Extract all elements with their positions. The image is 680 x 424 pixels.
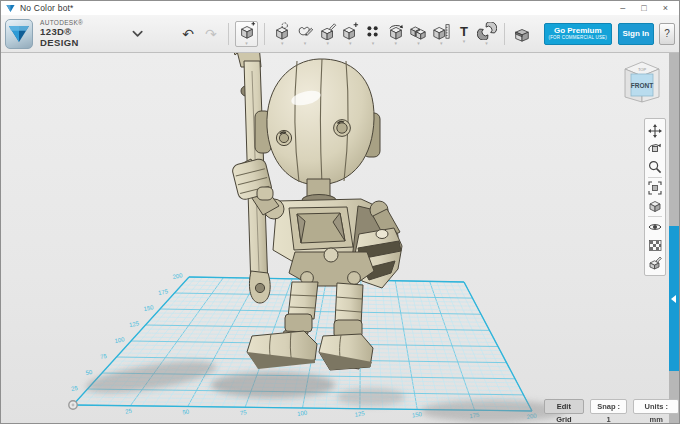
orbit-button[interactable] <box>646 140 664 158</box>
view-cube-front-label: FRONT <box>631 82 653 89</box>
go-premium-label: Go Premium <box>554 27 602 35</box>
transform-button[interactable]: ▾ <box>271 20 294 48</box>
dropdown-arrow-icon: ▾ <box>372 41 375 45</box>
dropdown-arrow-icon: ▾ <box>326 41 329 45</box>
navigation-separator <box>648 216 662 217</box>
grouping-button[interactable]: ▾ <box>384 20 407 48</box>
robot-eye-left <box>276 130 291 145</box>
snap-button[interactable]: ▾ <box>475 20 498 48</box>
grid-axis-label: 75 <box>100 353 108 360</box>
fit-view-icon <box>648 181 662 195</box>
dropdown-arrow-icon: ▾ <box>245 41 248 45</box>
brand-product: 123D® DESIGN <box>40 26 108 48</box>
navigation-toolbar <box>644 118 666 276</box>
dropdown-arrow-icon: ▾ <box>304 41 307 45</box>
grid-axis-label: 200 <box>172 272 184 280</box>
measure-icon <box>431 22 451 40</box>
window-controls: – □ × <box>620 1 674 15</box>
toolbar-separator <box>264 23 265 45</box>
grid-axis-label: 150 <box>412 411 423 418</box>
titlebar: No Color bot* – □ × <box>1 1 679 15</box>
model-shadow <box>84 355 565 422</box>
grid-axis-label: 50 <box>85 369 93 376</box>
app-badge-icon <box>5 19 33 49</box>
help-button[interactable]: ? <box>659 23 675 45</box>
brand-company: AUTODESK® <box>40 19 108 26</box>
app-menu[interactable]: AUTODESK® 123D® DESIGN <box>5 19 143 49</box>
go-premium-sublabel: (FOR COMMERCIAL USE) <box>548 36 607 41</box>
statusbar: Edit Grid Snap : 1 Units : mm <box>544 399 679 414</box>
view-cube-top-label: TOP <box>638 67 646 72</box>
modify-button[interactable]: ▾ <box>339 20 362 48</box>
text-icon: T <box>460 25 468 38</box>
measure-button[interactable]: ▾ <box>430 20 453 48</box>
sketch-icon <box>295 22 315 40</box>
primitives-icon <box>238 22 256 40</box>
grid-axis-label: 75 <box>239 409 247 416</box>
grid-axis-label: 150 <box>143 304 155 312</box>
dropdown-arrow-icon: ▾ <box>417 41 420 45</box>
snap-button-status[interactable]: Snap : 1 <box>590 399 628 414</box>
origin-marker <box>69 401 77 409</box>
zoom-button[interactable] <box>646 158 664 176</box>
view-mode-icon <box>648 199 662 213</box>
grid-axis-label: 25 <box>125 408 133 415</box>
parts-panel-handle[interactable] <box>669 226 679 371</box>
grid-axis-label: 125 <box>129 320 141 328</box>
edit-grid-button[interactable]: Edit Grid <box>544 399 584 414</box>
text-button[interactable]: T ▾ <box>453 20 476 48</box>
close-icon[interactable]: × <box>663 1 668 15</box>
combine-icon <box>408 22 428 40</box>
display-grid-button[interactable] <box>646 236 664 254</box>
go-premium-button[interactable]: Go Premium (FOR COMMERCIAL USE) <box>544 23 612 45</box>
chevron-left-icon <box>671 295 676 303</box>
scene-3d: 255075100125150175200 255075100125150175… <box>1 53 680 424</box>
primitives-button[interactable]: ▾ <box>235 21 258 47</box>
main-toolbar: AUTODESK® 123D® DESIGN ↶ ↷ ▾ <box>1 15 679 53</box>
dropdown-arrow-icon: ▾ <box>395 41 398 45</box>
dropdown-arrow-icon: ▾ <box>440 41 443 45</box>
undo-button[interactable]: ↶ <box>177 20 200 48</box>
eye-icon <box>648 220 662 234</box>
redo-button[interactable]: ↷ <box>199 20 222 48</box>
pattern-icon <box>363 22 383 40</box>
orbit-icon <box>648 142 662 156</box>
3d-print-button[interactable] <box>511 20 534 48</box>
snap-icon <box>477 22 497 40</box>
visibility-button[interactable] <box>646 218 664 236</box>
robot-foot-left <box>247 331 317 369</box>
robot-head <box>255 59 380 185</box>
grid-axis-label: 25 <box>71 385 79 392</box>
modify-icon <box>340 22 360 40</box>
grid-axis-label: 100 <box>297 410 308 417</box>
grid-axis-label: 125 <box>354 410 365 417</box>
dropdown-arrow-icon: ▾ <box>349 41 352 45</box>
robot-eye-right <box>334 120 351 137</box>
construct-button[interactable]: ▾ <box>316 20 339 48</box>
units-button[interactable]: Units : mm <box>633 399 679 414</box>
chevron-down-icon[interactable] <box>132 30 143 38</box>
view-mode-button[interactable] <box>646 197 664 215</box>
viewport[interactable]: 255075100125150175200 255075100125150175… <box>1 53 679 424</box>
dropdown-arrow-icon: ▾ <box>485 41 488 45</box>
material-icon <box>648 256 662 270</box>
fit-view-button[interactable] <box>646 179 664 197</box>
pan-button[interactable] <box>646 122 664 140</box>
sketch-button[interactable]: ▾ <box>294 20 317 48</box>
pattern-button[interactable]: ▾ <box>362 20 385 48</box>
maximize-icon[interactable]: □ <box>641 1 646 15</box>
redo-icon: ↷ <box>205 27 217 41</box>
grid-axis-label: 100 <box>114 336 126 344</box>
brand-text: AUTODESK® 123D® DESIGN <box>40 19 108 48</box>
toolbar-separator <box>504 23 505 45</box>
dropdown-arrow-icon: ▾ <box>463 39 466 43</box>
material-button[interactable] <box>646 254 664 272</box>
side-panel-strip <box>669 53 679 424</box>
display-grid-icon <box>648 238 662 252</box>
robot-pelvis <box>289 248 374 286</box>
sign-in-button[interactable]: Sign In <box>618 23 654 45</box>
view-cube[interactable]: FRONT TOP <box>619 57 665 107</box>
minimize-icon[interactable]: – <box>620 1 625 15</box>
navigation-separator <box>648 177 662 178</box>
combine-button[interactable]: ▾ <box>407 20 430 48</box>
